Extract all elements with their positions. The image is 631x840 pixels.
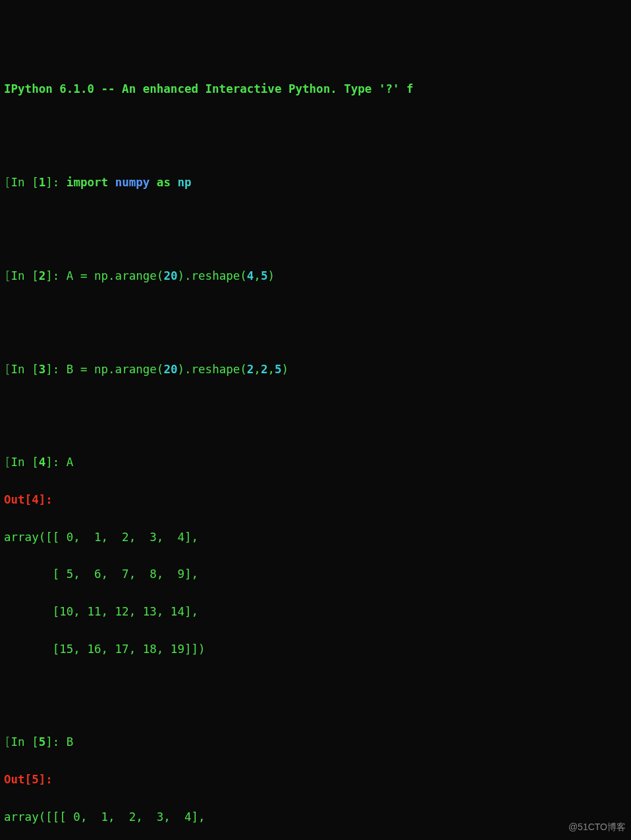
module-numpy: numpy — [115, 176, 150, 189]
blank-line — [4, 677, 627, 695]
out-value: [10, 11, 12, 13, 14], — [4, 602, 627, 621]
in-prompt-4[interactable]: [In [4]: A — [4, 453, 627, 471]
out-value: [15, 16, 17, 18, 19]]) — [4, 640, 627, 658]
in-prompt-1[interactable]: [In [1]: import numpy as np — [4, 173, 627, 192]
ipython-header: IPython 6.1.0 -- An enhanced Interactive… — [4, 80, 627, 98]
header-text: IPython 6.1.0 -- An enhanced Interactive… — [4, 82, 414, 95]
out-value: [ 5, 6, 7, 8, 9], — [4, 565, 627, 583]
out-prompt-5: Out[5]: — [4, 770, 627, 789]
blank-line — [4, 211, 627, 229]
in-prompt-5[interactable]: [In [5]: B — [4, 733, 627, 751]
in-prompt-3[interactable]: [In [3]: B = np.arange(20).reshape(2,2,5… — [4, 360, 627, 379]
out-prompt-4: Out[4]: — [4, 490, 627, 509]
watermark: @51CTO博客 — [568, 820, 626, 835]
blank-line — [4, 304, 627, 323]
alias-np: np — [177, 176, 191, 189]
out-value: array([[[ 0, 1, 2, 3, 4], — [4, 808, 627, 826]
out-value: array([[ 0, 1, 2, 3, 4], — [4, 528, 627, 546]
keyword-as: as — [157, 176, 171, 189]
in-prompt-2[interactable]: [In [2]: A = np.arange(20).reshape(4,5) — [4, 267, 627, 285]
blank-line — [4, 397, 627, 415]
keyword-import: import — [67, 176, 108, 189]
blank-line — [4, 117, 627, 136]
